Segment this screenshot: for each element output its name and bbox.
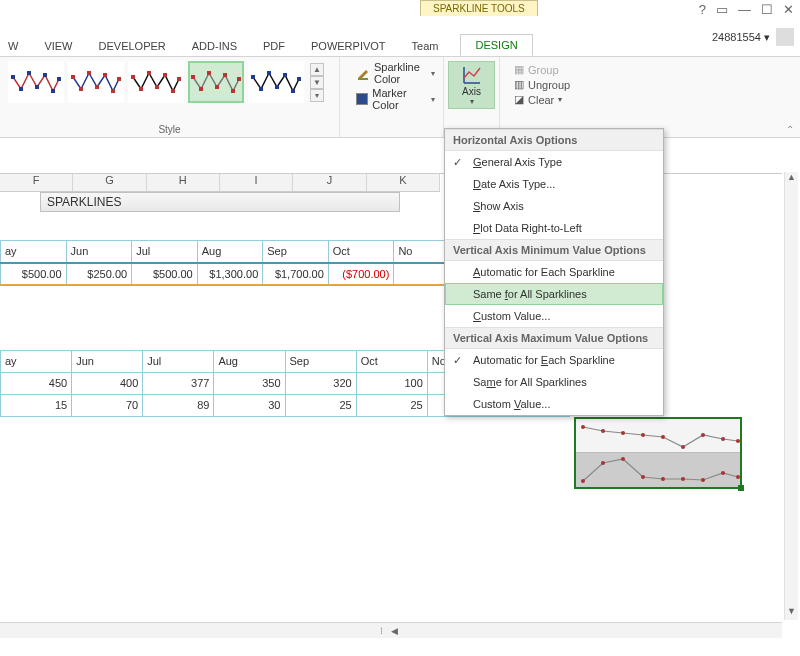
ungroup-button[interactable]: ▥ Ungroup (514, 78, 576, 91)
sparkline-color-button[interactable]: Sparkline Color ▾ (356, 61, 435, 85)
svg-point-44 (681, 445, 685, 449)
style-thumb[interactable] (248, 61, 304, 103)
selection-handle-icon[interactable] (738, 485, 744, 491)
table-header[interactable]: Aug (214, 350, 285, 372)
style-thumb[interactable] (8, 61, 64, 103)
table-cell[interactable]: 25 (285, 394, 356, 416)
check-icon: ✓ (453, 354, 462, 367)
gallery-down-icon[interactable]: ▼ (310, 76, 324, 89)
tab-add-ins[interactable]: ADD-INS (188, 36, 241, 56)
svg-point-42 (641, 433, 645, 437)
menu-item[interactable]: ✓General Axis Type (445, 151, 663, 173)
table-header[interactable]: Jul (132, 241, 198, 263)
svg-rect-9 (87, 71, 91, 75)
sparkline-style-gallery[interactable]: ▲ ▼ ▾ (8, 61, 331, 103)
menu-item[interactable]: Same for All Sparklines (445, 283, 663, 305)
table-cell[interactable]: 320 (285, 372, 356, 394)
axis-button[interactable]: Axis ▾ (448, 61, 495, 109)
menu-item[interactable]: Date Axis Type... (445, 173, 663, 195)
style-thumb[interactable] (68, 61, 124, 103)
account-menu[interactable]: 24881554 ▾ (712, 28, 794, 46)
vertical-scrollbar[interactable]: ▲ ▼ (784, 172, 798, 620)
table-header[interactable]: Jun (66, 241, 132, 263)
table-header[interactable]: Jun (72, 350, 143, 372)
svg-point-55 (721, 471, 725, 475)
table-header[interactable]: Oct (356, 350, 427, 372)
horizontal-scrollbar[interactable]: ⁞ ◀ (0, 622, 782, 638)
table-cell[interactable]: $500.00 (132, 263, 198, 285)
menu-item[interactable]: Automatic for Each Sparkline (445, 261, 663, 283)
svg-rect-27 (237, 77, 241, 81)
style-gallery-more[interactable]: ▲ ▼ ▾ (310, 63, 324, 102)
column-header[interactable]: G (73, 174, 146, 191)
tab-powerpivot[interactable]: POWERPIVOT (307, 36, 390, 56)
svg-rect-19 (171, 89, 175, 93)
scroll-up-icon[interactable]: ▲ (785, 172, 798, 186)
tab-pdf[interactable]: PDF (259, 36, 289, 56)
gallery-expand-icon[interactable]: ▾ (310, 89, 324, 102)
table-cell[interactable]: $1,700.00 (263, 263, 329, 285)
column-header[interactable]: H (147, 174, 220, 191)
table-header[interactable]: Sep (263, 241, 329, 263)
ribbon-collapse-icon[interactable]: ▭ (716, 2, 728, 17)
table-header[interactable]: Jul (143, 350, 214, 372)
svg-point-41 (621, 431, 625, 435)
tab-view[interactable]: VIEW (40, 36, 76, 56)
table-header[interactable]: Sep (285, 350, 356, 372)
table-cell[interactable]: 89 (143, 394, 214, 416)
tab-w[interactable]: W (4, 36, 22, 56)
menu-item[interactable]: Custom Value... (445, 305, 663, 327)
minimize-icon[interactable]: — (738, 2, 751, 17)
maximize-icon[interactable]: ☐ (761, 2, 773, 17)
marker-color-button[interactable]: Marker Color ▾ (356, 87, 435, 111)
table-cell[interactable]: 30 (214, 394, 285, 416)
clear-button[interactable]: ◪ Clear ▾ (514, 93, 576, 106)
table-header[interactable]: Oct (328, 241, 394, 263)
column-header[interactable]: I (220, 174, 293, 191)
menu-item[interactable]: ✓Automatic for Each Sparkline (445, 349, 663, 371)
menu-item[interactable]: Show Axis (445, 195, 663, 217)
svg-rect-2 (27, 71, 31, 75)
column-header[interactable]: F (0, 174, 73, 191)
menu-item[interactable]: Same for All Sparklines (445, 371, 663, 393)
style-thumb-selected[interactable] (188, 61, 244, 103)
table-cell[interactable]: 15 (1, 394, 72, 416)
table-cell[interactable]: 400 (72, 372, 143, 394)
menu-item[interactable]: Plot Data Right-to-Left (445, 217, 663, 239)
check-icon: ✓ (453, 156, 462, 169)
avatar-icon (776, 28, 794, 46)
scroll-left-icon[interactable]: ◀ (391, 626, 398, 636)
table-cell[interactable]: 25 (356, 394, 427, 416)
tab-developer[interactable]: DEVELOPER (95, 36, 170, 56)
table-cell[interactable]: 377 (143, 372, 214, 394)
tab-design[interactable]: DESIGN (460, 34, 532, 56)
close-icon[interactable]: ✕ (783, 2, 794, 17)
table-cell[interactable]: $250.00 (66, 263, 132, 285)
table-header[interactable]: ay (1, 350, 72, 372)
table-cell[interactable]: 350 (214, 372, 285, 394)
table-header[interactable]: ay (1, 241, 67, 263)
table-cell[interactable]: 100 (356, 372, 427, 394)
help-icon[interactable]: ? (699, 2, 706, 17)
tab-team[interactable]: Team (408, 36, 443, 56)
table-cell[interactable]: $1,300.00 (197, 263, 263, 285)
table-header[interactable]: Aug (197, 241, 263, 263)
ribbon: ▲ ▼ ▾ Style Sparkline Color ▾ Marker Col… (0, 56, 800, 138)
table-cell[interactable]: 70 (72, 394, 143, 416)
column-header[interactable]: K (367, 174, 440, 191)
column-header[interactable]: J (293, 174, 366, 191)
svg-rect-18 (163, 73, 167, 77)
selected-sparkline-range[interactable] (574, 417, 742, 489)
pencil-icon (356, 66, 370, 80)
gallery-up-icon[interactable]: ▲ (310, 63, 324, 76)
scroll-down-icon[interactable]: ▼ (785, 606, 798, 620)
table-cell[interactable]: 450 (1, 372, 72, 394)
ribbon-collapse-chevron-icon[interactable]: ⌃ (786, 124, 794, 135)
style-thumb[interactable] (128, 61, 184, 103)
svg-point-49 (601, 461, 605, 465)
svg-rect-3 (35, 85, 39, 89)
table-cell[interactable]: ($700.00) (328, 263, 394, 285)
svg-point-40 (601, 429, 605, 433)
table-cell[interactable]: $500.00 (1, 263, 67, 285)
menu-item[interactable]: Custom Value... (445, 393, 663, 415)
